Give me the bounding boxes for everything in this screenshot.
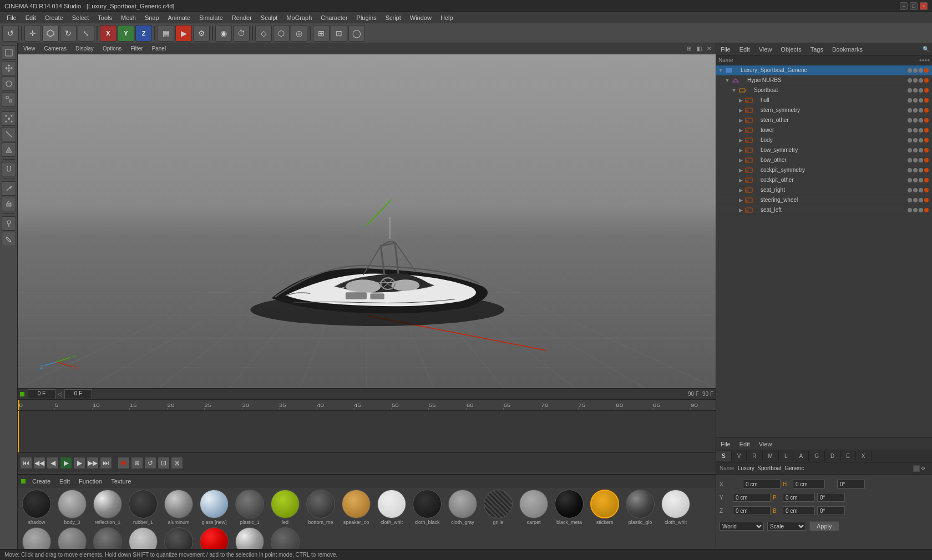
x-axis-button[interactable]: X — [100, 25, 116, 42]
om-dot-hull-0[interactable] — [908, 98, 912, 103]
scale-tool[interactable] — [2, 92, 16, 106]
om-dot-seat_left-2[interactable] — [919, 208, 923, 212]
maximize-button[interactable]: □ — [910, 2, 918, 10]
edge-mode[interactable] — [2, 127, 16, 141]
close-button[interactable]: × — [920, 2, 928, 10]
preview-button[interactable]: ⊡ — [158, 457, 170, 469]
om-dot-luxury_sportboat-1[interactable] — [913, 68, 918, 73]
vp-cameras-menu[interactable]: Cameras — [41, 45, 70, 52]
goto-end-button[interactable]: ⏭ — [100, 457, 112, 469]
material-item-cloth_whit[interactable]: cloth_whit — [375, 490, 408, 525]
om-expand-seat_left[interactable]: ▶ — [737, 207, 744, 213]
attr-view-menu[interactable]: View — [757, 440, 774, 449]
material-item-plastic_glo[interactable]: plastic_glo — [624, 490, 657, 525]
om-row-bow_other[interactable]: ▶lθbow_other — [716, 155, 932, 165]
om-row-stern_other[interactable]: ▶lθstern_other — [716, 115, 932, 125]
material-item-grille[interactable]: grille — [482, 490, 515, 525]
om-dot-stern_other-0[interactable] — [908, 118, 912, 123]
step-forward-button[interactable]: ▶ — [73, 457, 85, 469]
knife-tool[interactable] — [2, 181, 16, 196]
rotate-button[interactable]: ↻ — [60, 25, 77, 42]
move-tool[interactable] — [2, 61, 16, 75]
menu-script[interactable]: Script — [381, 13, 406, 22]
om-dot-cockpit_other-1[interactable] — [913, 178, 918, 182]
menu-mesh[interactable]: Mesh — [116, 13, 140, 22]
om-file-menu[interactable]: File — [718, 45, 733, 54]
om-dot-body-0[interactable] — [908, 138, 912, 142]
om-dot-hypernurbs-0[interactable] — [908, 78, 912, 83]
viewport-container[interactable]: View Cameras Display Options Filter Pane… — [18, 43, 716, 388]
coord-space-select[interactable]: World Object — [720, 522, 764, 531]
om-dot-seat_right-2[interactable] — [919, 188, 923, 192]
material-item-stickers[interactable]: stickers — [588, 490, 621, 525]
om-expand-seat_right[interactable]: ▶ — [737, 187, 744, 194]
attr-tab-m[interactable]: M — [763, 451, 779, 461]
om-dot-tower-3[interactable] — [924, 128, 929, 133]
om-dot-stern_other-3[interactable] — [924, 118, 929, 123]
object-tool-3[interactable]: ◎ — [291, 25, 307, 42]
om-dot-seat_right-0[interactable] — [908, 188, 912, 192]
menu-create[interactable]: Create — [40, 13, 68, 22]
om-dot-body-1[interactable] — [913, 138, 918, 142]
paint-tool[interactable] — [2, 232, 16, 246]
om-dot-cockpit_other-2[interactable] — [919, 178, 923, 182]
material-item-cloth_black[interactable]: cloth_black — [411, 490, 444, 525]
attr-tab-l[interactable]: L — [779, 451, 794, 461]
scale-select[interactable]: Scale Size — [767, 522, 806, 531]
material-item-aluminum[interactable]: aluminum — [162, 490, 195, 525]
minimize-button[interactable]: − — [900, 2, 908, 10]
next-frame-button[interactable]: ▶▶ — [87, 457, 99, 469]
om-dot-cockpit_other-0[interactable] — [908, 178, 912, 182]
goto-start-button[interactable]: ⏮ — [20, 457, 32, 469]
current-frame-input-top[interactable]: 0 F — [28, 389, 55, 399]
frame-input-secondary[interactable]: 0 F — [64, 389, 92, 399]
material-item-bottom_me[interactable]: bottom_me — [304, 490, 337, 525]
om-expand-stern_other[interactable]: ▶ — [737, 117, 744, 124]
menu-mograph[interactable]: MoGraph — [282, 13, 316, 22]
om-dot-tower-2[interactable] — [919, 128, 923, 133]
loop-button[interactable]: ↺ — [144, 457, 156, 469]
timeline-content[interactable] — [18, 411, 716, 452]
menu-render[interactable]: Render — [227, 13, 256, 22]
om-bookmarks-menu[interactable]: Bookmarks — [830, 45, 865, 54]
object-tool-2[interactable]: ⬡ — [273, 25, 290, 42]
z-axis-button[interactable]: Z — [135, 25, 152, 42]
om-dot-cockpit_symmetry-3[interactable] — [924, 168, 929, 172]
scale-button[interactable]: ⤡ — [78, 25, 94, 42]
om-dot-hull-3[interactable] — [924, 98, 929, 103]
menu-simulate[interactable]: Simulate — [195, 13, 227, 22]
z-pos-input[interactable] — [733, 506, 771, 515]
om-dot-cockpit_symmetry-2[interactable] — [919, 168, 923, 172]
play-button[interactable]: ▶ — [60, 457, 72, 469]
om-dot-sportboat-1[interactable] — [913, 88, 918, 93]
apply-button[interactable]: Apply — [809, 521, 839, 531]
om-row-steering_wheel[interactable]: ▶lθsteering_wheel — [716, 195, 932, 205]
material-item-black_meta[interactable]: black_meta — [553, 490, 586, 525]
om-dot-seat_left-3[interactable] — [924, 208, 929, 212]
material-item-glass_new[interactable]: glass [new] — [197, 490, 231, 525]
menu-edit[interactable]: Edit — [21, 13, 40, 22]
magnet-tool[interactable] — [2, 162, 16, 176]
om-dot-sportboat-0[interactable] — [908, 88, 912, 93]
om-edit-menu[interactable]: Edit — [737, 45, 752, 54]
om-expand-sportboat[interactable]: ▼ — [731, 87, 737, 94]
attr-file-menu[interactable]: File — [718, 440, 733, 449]
light-button[interactable]: ◯ — [348, 25, 365, 42]
attr-color-swatch[interactable] — [913, 465, 920, 472]
autokey-button[interactable]: ⊕ — [131, 457, 143, 469]
om-dot-bow_symmetry-1[interactable] — [913, 148, 918, 152]
x-size-input[interactable] — [837, 480, 865, 488]
z-size-input[interactable] — [817, 506, 845, 515]
cube-button[interactable] — [42, 25, 59, 42]
om-row-tower[interactable]: ▶lθtower — [716, 125, 932, 135]
om-dot-luxury_sportboat-2[interactable] — [919, 68, 923, 73]
y-pos-input[interactable] — [733, 493, 771, 502]
prev-frame-button[interactable]: ◀◀ — [33, 457, 45, 469]
grid-button[interactable]: ⊞ — [313, 25, 330, 42]
select-tool[interactable] — [2, 45, 16, 60]
om-expand-hull[interactable]: ▶ — [737, 97, 744, 104]
om-expand-steering_wheel[interactable]: ▶ — [737, 197, 744, 203]
om-dot-stern_symmetry-3[interactable] — [924, 108, 929, 113]
om-dot-tower-0[interactable] — [908, 128, 912, 133]
om-dot-luxury_sportboat-0[interactable] — [908, 68, 912, 73]
